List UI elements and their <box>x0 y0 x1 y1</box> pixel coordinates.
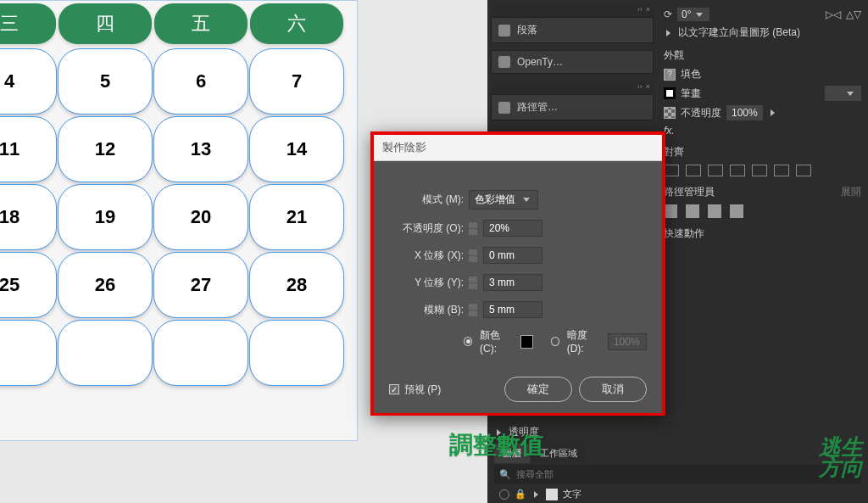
selection-outline <box>0 1 357 440</box>
text-vector-label: 以文字建立向量圖形 (Beta) <box>678 25 800 40</box>
stroke-swatch[interactable] <box>664 87 676 99</box>
panel-label: OpenTy… <box>517 56 563 68</box>
transparency-collapsed-row[interactable]: 透明度 <box>494 425 861 439</box>
panel-tabs[interactable]: ››× <box>491 3 654 17</box>
visibility-icon[interactable] <box>499 489 509 500</box>
search-placeholder: 搜尋全部 <box>516 468 554 481</box>
angle-icon: ⟳ <box>664 8 672 20</box>
chevron-down-icon <box>523 198 530 202</box>
flip-h-icon[interactable]: ▷◁ <box>826 8 841 20</box>
panel-label: 段落 <box>517 23 537 37</box>
pathfinder-panel-button[interactable]: 路徑管… <box>491 94 654 120</box>
checkbox-icon: ✓ <box>389 384 399 394</box>
pf-unite-icon[interactable] <box>664 204 677 218</box>
dialog-title: 製作陰影 <box>374 135 662 161</box>
opacity-input[interactable]: 100% <box>726 105 763 120</box>
layer-row[interactable]: 🔒 文字 <box>494 484 861 503</box>
preview-checkbox[interactable]: ✓ 預視 (P) <box>389 383 441 397</box>
chevron-right-icon <box>666 30 670 36</box>
pf-exclude-icon[interactable] <box>730 204 743 218</box>
quick-actions-title: 快速動作 <box>664 226 861 241</box>
y-offset-input[interactable]: 3 mm <box>483 274 542 291</box>
x-offset-input[interactable]: 0 mm <box>483 247 542 264</box>
color-radio[interactable] <box>464 337 472 346</box>
layer-search[interactable]: 🔍 搜尋全部 <box>494 465 861 484</box>
align-top-icon[interactable] <box>730 165 745 176</box>
rotate-input[interactable]: 0° <box>677 8 709 21</box>
opentype-icon <box>498 56 510 68</box>
layer-thumb-icon <box>546 489 558 500</box>
opacity-swatch-icon[interactable] <box>664 107 676 119</box>
pathfinder-icon <box>498 102 510 114</box>
align-vcenter-icon[interactable] <box>752 165 767 176</box>
calendar-artboard[interactable]: 三 四 五 六 4 5 6 7 11 12 13 14 18 19 20 21 … <box>0 0 358 441</box>
flip-v-icon[interactable]: △▽ <box>846 8 861 20</box>
pf-minus-icon[interactable] <box>686 204 699 218</box>
align-left-icon[interactable] <box>664 165 679 176</box>
align-right-icon[interactable] <box>708 165 723 176</box>
paragraph-panel-button[interactable]: 段落 <box>491 17 654 43</box>
darkness-input: 100% <box>608 333 647 350</box>
align-hcenter-icon[interactable] <box>686 165 701 176</box>
properties-panel: ⟳ 0° ▷◁ △▽ 以文字建立向量圖形 (Beta) 外觀 ? 填色 筆畫 <box>657 0 868 136</box>
lower-panels: 透明度 圖層 工作區域 🔍 搜尋全部 🔒 文字 <box>487 417 868 503</box>
stroke-weight-input[interactable] <box>825 86 861 101</box>
appearance-section-title: 外觀 <box>664 48 861 63</box>
pf-intersect-icon[interactable] <box>708 204 721 218</box>
drop-shadow-dialog: 製作陰影 模式 (M): 色彩增值 不透明度 (O): 20% X 位移 (X)… <box>370 131 665 416</box>
spinner-icon[interactable] <box>469 304 477 316</box>
distribute-icon[interactable] <box>796 165 811 176</box>
blend-mode-select[interactable]: 色彩增值 <box>469 190 538 210</box>
fill-unknown-icon[interactable]: ? <box>664 69 676 81</box>
spinner-icon[interactable] <box>469 249 477 262</box>
align-buttons-row <box>664 165 861 176</box>
layer-name: 文字 <box>563 488 581 500</box>
paragraph-icon <box>498 25 510 36</box>
spinner-icon[interactable] <box>469 277 477 289</box>
opacity-label: 不透明度 (O): <box>389 221 464 236</box>
lock-icon[interactable]: 🔒 <box>515 489 526 500</box>
preview-label: 預視 (P) <box>404 383 441 397</box>
align-bottom-icon[interactable] <box>774 165 789 176</box>
panel-tabs[interactable]: ››× <box>491 81 654 94</box>
chevron-right-icon[interactable] <box>534 491 538 498</box>
opacity-input[interactable]: 20% <box>483 220 542 237</box>
watermark: 逃生 方向 <box>819 438 863 478</box>
ok-button[interactable]: 確定 <box>504 377 572 402</box>
layer-panel-tabs: 圖層 工作區域 <box>494 444 861 463</box>
chevron-right-icon[interactable] <box>771 109 775 116</box>
blur-input[interactable]: 5 mm <box>483 301 542 318</box>
shadow-color-swatch[interactable] <box>520 335 532 349</box>
darkness-label: 暗度 (D): <box>567 328 603 355</box>
panel-label: 路徑管… <box>517 100 558 115</box>
darkness-radio[interactable] <box>551 337 559 346</box>
pathfinder-section-title: 路徑管理員 <box>664 185 715 199</box>
search-icon: 🔍 <box>499 469 511 480</box>
cancel-button[interactable]: 取消 <box>579 377 647 402</box>
blur-label: 模糊 (B): <box>389 303 464 317</box>
mode-label: 模式 (M): <box>389 193 464 207</box>
y-offset-label: Y 位移 (Y): <box>389 276 464 290</box>
tutorial-annotation: 調整數值 <box>449 429 544 461</box>
spinner-icon[interactable] <box>469 222 477 235</box>
align-section-title: 對齊 <box>664 145 861 159</box>
color-label: 顏色 (C): <box>480 328 515 355</box>
pathfinder-buttons-row <box>664 204 861 218</box>
floating-panels-column: ››× 段落 OpenTy… ››× 路徑管… <box>487 0 657 136</box>
text-vector-row[interactable]: 以文字建立向量圖形 (Beta) <box>664 25 861 40</box>
stroke-label: 筆畫 <box>681 87 701 101</box>
opentype-panel-button[interactable]: OpenTy… <box>491 50 654 74</box>
fill-label: 填色 <box>681 67 701 81</box>
opacity-label: 不透明度 <box>681 106 721 120</box>
pathfinder-expand[interactable]: 展開 <box>841 185 861 199</box>
x-offset-label: X 位移 (X): <box>389 249 464 263</box>
